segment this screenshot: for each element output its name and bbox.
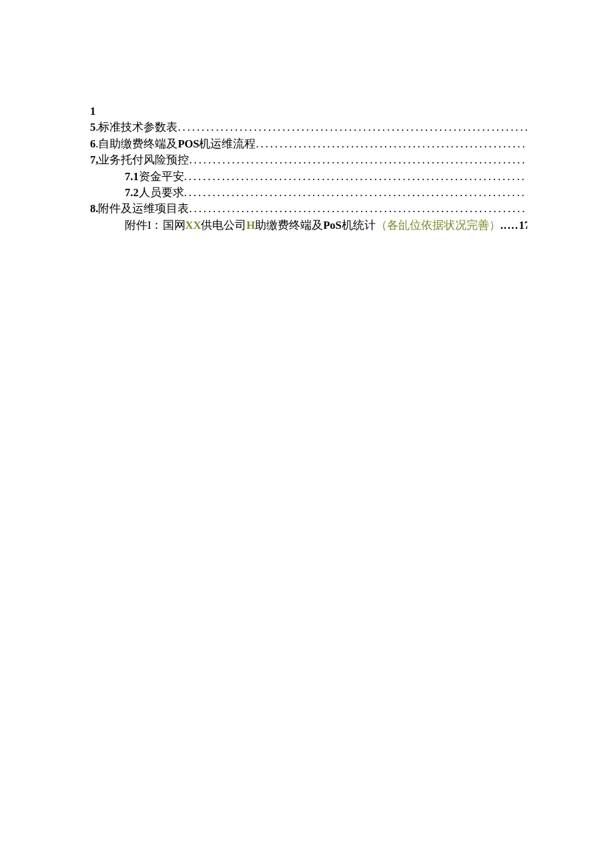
leader-dots — [184, 185, 527, 201]
toc-entry-6: 6 . 自助缴费终端及 POS 机运维流程 — [90, 136, 527, 152]
leader-dots — [178, 119, 527, 135]
attach-text-c: 助缴费终端及 — [255, 218, 323, 234]
toc-entry-attachment: 附件I： 国网 XX 供电公司 H 助缴费终端及 PoS 机统计 （各乨位依据状… — [90, 218, 527, 234]
attach-text-a: 国网 — [163, 218, 186, 234]
toc-title-7-1: 资金平安 — [139, 169, 184, 185]
leader-dots — [184, 169, 527, 185]
toc-number-7-1: 7.1 — [125, 169, 139, 185]
attach-note: （各乨位依据状况完善） — [376, 218, 501, 234]
toc-title-6b: 机运维流程 — [199, 136, 256, 152]
attach-xx: XX — [186, 218, 202, 234]
toc-number-7: 7, — [90, 152, 98, 168]
toc-number-8: 8. — [90, 201, 98, 217]
attach-dots: ..… — [501, 218, 519, 234]
toc-title-5: 标准技术参数表 — [98, 119, 178, 135]
attach-label: 附件I： — [125, 218, 163, 234]
toc-title-7: 业务托付风险预控 — [98, 152, 189, 168]
toc-number-5: 5 — [90, 119, 95, 135]
attach-pos: PoS — [323, 218, 342, 234]
attach-text-b: 供电公司 — [201, 218, 246, 234]
toc-entry-7: 7, 业务托付风险预控 — [90, 152, 527, 168]
toc-entry-8: 8. 附件及运维项目表 — [90, 201, 527, 217]
toc-number-7-2: 7.2 — [125, 185, 139, 201]
toc-entry-7-2: 7.2 人员要求 — [90, 185, 527, 201]
toc-entry-7-1: 7.1 资金平安 — [90, 169, 527, 185]
toc-line-1: 1 — [90, 103, 527, 119]
toc-title-8: 附件及运维项目表 — [98, 201, 189, 217]
toc-number-6: 6 — [90, 136, 95, 152]
leader-dots — [189, 201, 527, 217]
leader-dots — [256, 136, 527, 152]
attach-h: H — [246, 218, 255, 234]
attach-page-number: 17 — [519, 218, 527, 234]
toc-number-1: 1 — [90, 103, 95, 119]
leader-dots — [189, 152, 527, 168]
toc-title-6-pos: POS — [178, 136, 199, 152]
toc-entry-5: 5 . 标准技术参数表 — [90, 119, 527, 135]
toc-title-6a: 自助缴费终端及 — [98, 136, 178, 152]
attach-text-d: 机统计 — [342, 218, 376, 234]
toc-title-7-2: 人员要求 — [139, 185, 184, 201]
